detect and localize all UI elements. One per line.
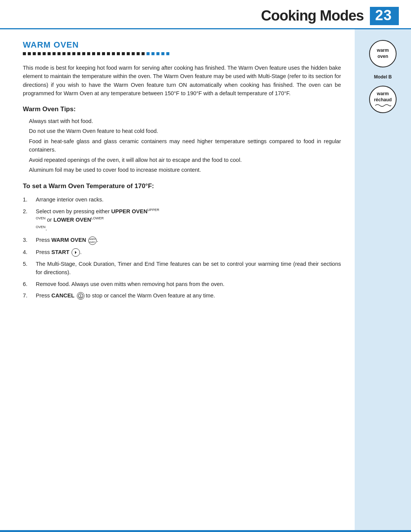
page-title: Cooking Modes bbox=[261, 8, 364, 24]
list-item: Always start with hot food. bbox=[29, 117, 341, 125]
content-layout: WARM OVEN bbox=[0, 29, 411, 530]
dot bbox=[127, 52, 130, 55]
dot-blue bbox=[151, 52, 155, 55]
dot bbox=[62, 52, 65, 55]
steps-heading: To set a Warm Oven Temperature of 170°F: bbox=[23, 182, 341, 190]
wavy-line-icon bbox=[374, 104, 391, 107]
tips-list: Always start with hot food. Do not use t… bbox=[23, 117, 341, 174]
dot-blue bbox=[156, 52, 159, 55]
list-item: Do not use the Warm Oven feature to heat… bbox=[29, 127, 341, 135]
step-content: Arrange interior oven racks. bbox=[36, 195, 341, 204]
cancel-icon-svg bbox=[78, 293, 83, 299]
main-column: WARM OVEN bbox=[0, 29, 355, 530]
step-num: 5. bbox=[23, 260, 32, 277]
dot bbox=[43, 52, 46, 55]
intro-text: This mode is best for keeping hot food w… bbox=[23, 64, 341, 98]
step-7: 7. Press CANCEL to stop or cancel the Wa… bbox=[23, 291, 341, 300]
page-wrapper: Cooking Modes 23 WARM OVEN bbox=[0, 0, 411, 532]
warm-oven-circle-icon: warm oven bbox=[369, 40, 397, 67]
dot bbox=[33, 52, 36, 55]
model-b-label: Model B bbox=[374, 74, 392, 80]
bottom-bar bbox=[0, 530, 411, 532]
step-num: 6. bbox=[23, 280, 32, 288]
dot bbox=[67, 52, 70, 55]
dot bbox=[122, 52, 125, 55]
step-content: The Multi-Stage, Cook Duration, Timer an… bbox=[36, 260, 341, 277]
page-header: Cooking Modes 23 bbox=[0, 0, 411, 29]
tips-heading: Warm Oven Tips: bbox=[23, 105, 341, 113]
list-item: Avoid repeated openings of the oven, it … bbox=[29, 156, 341, 164]
sidebar: warm oven Model B warm réchaud bbox=[355, 29, 411, 530]
step-num: 4. bbox=[23, 248, 32, 257]
warm-rechaud-circle-icon: warm réchaud bbox=[369, 86, 397, 113]
bold-text: START bbox=[51, 249, 69, 255]
step-3: 3. Press WARM OVEN warmoven. bbox=[23, 236, 341, 244]
cancel-button-icon bbox=[77, 292, 84, 300]
warm-oven-button-icon: warmoven bbox=[88, 236, 97, 245]
dot bbox=[38, 52, 41, 55]
step-content: Press START ⏵. bbox=[36, 248, 341, 257]
dot bbox=[117, 52, 120, 55]
step-content: Press WARM OVEN warmoven. bbox=[36, 236, 341, 244]
start-button-icon: ⏵ bbox=[72, 248, 80, 257]
dot bbox=[28, 52, 31, 55]
circle-label-line2: oven bbox=[378, 54, 388, 60]
bold-text: UPPER OVEN bbox=[111, 208, 147, 214]
step-1: 1. Arrange interior oven racks. bbox=[23, 195, 341, 204]
rechaud-label-line1: warm bbox=[377, 91, 389, 97]
dot bbox=[97, 52, 100, 55]
dot bbox=[82, 52, 85, 55]
section-heading: WARM OVEN bbox=[23, 40, 341, 50]
steps-list: 1. Arrange interior oven racks. 2. Selec… bbox=[23, 195, 341, 300]
step-content: Press CANCEL to stop or cancel the Warm … bbox=[36, 291, 341, 300]
bold-text: WARM OVEN bbox=[51, 237, 86, 243]
dot bbox=[92, 52, 95, 55]
dot bbox=[107, 52, 110, 55]
dot bbox=[77, 52, 80, 55]
dot bbox=[53, 52, 56, 55]
list-item: Aluminum foil may be used to cover food … bbox=[29, 166, 341, 174]
dot-blue bbox=[147, 52, 150, 55]
list-item: Food in heat-safe glass and glass cerami… bbox=[29, 137, 341, 154]
dot bbox=[142, 52, 145, 55]
dot bbox=[112, 52, 115, 55]
rechaud-label-line2: réchaud bbox=[374, 97, 392, 103]
step-4: 4. Press START ⏵. bbox=[23, 248, 341, 257]
step-num: 1. bbox=[23, 195, 32, 204]
dot bbox=[57, 52, 61, 55]
dot-blue bbox=[161, 52, 164, 55]
dot bbox=[72, 52, 75, 55]
step-num: 2. bbox=[23, 207, 32, 233]
dot bbox=[137, 52, 140, 55]
dot-blue bbox=[166, 52, 169, 55]
dot bbox=[132, 52, 135, 55]
step-2: 2. Select oven by pressing either UPPER … bbox=[23, 207, 341, 233]
dot bbox=[87, 52, 90, 55]
step-num: 3. bbox=[23, 236, 32, 244]
step-5: 5. The Multi-Stage, Cook Duration, Timer… bbox=[23, 260, 341, 277]
dot-divider bbox=[23, 52, 341, 55]
dot bbox=[102, 52, 105, 55]
step-6: 6. Remove food. Always use oven mitts wh… bbox=[23, 280, 341, 288]
circle-label-line1: warm bbox=[377, 48, 389, 54]
step-content: Remove food. Always use oven mitts when … bbox=[36, 280, 341, 288]
dot bbox=[48, 52, 51, 55]
step-content: Select oven by pressing either UPPER OVE… bbox=[36, 207, 341, 233]
step-num: 7. bbox=[23, 291, 32, 300]
dot bbox=[23, 52, 26, 55]
bold-text: LOWER OVEN bbox=[53, 217, 91, 223]
bold-text: CANCEL bbox=[51, 292, 74, 299]
page-number: 23 bbox=[370, 7, 399, 25]
